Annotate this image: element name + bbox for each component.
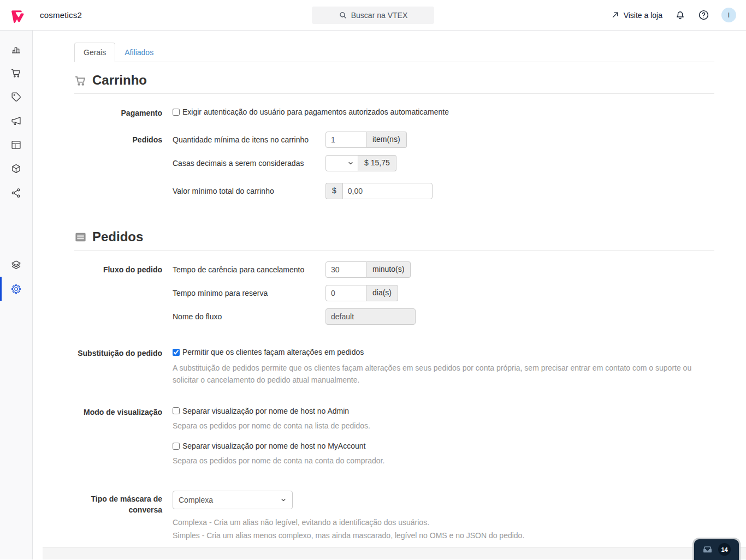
sidebar-item-orders[interactable]	[0, 61, 32, 85]
tab-gerais[interactable]: Gerais	[74, 43, 115, 62]
currency-prefix-addon: $	[325, 183, 342, 199]
admin-host-checkbox-label: Separar visualização por nome de host no…	[182, 407, 349, 415]
reserve-min-input[interactable]	[325, 285, 366, 301]
substitution-checkbox-row[interactable]: Permitir que os clientes façam alteraçõe…	[173, 345, 714, 356]
payment-auth-checkbox-label: Exigir autenticação do usuário para paga…	[182, 108, 449, 116]
vtex-logo-icon[interactable]	[10, 7, 26, 23]
min-total-label: Valor mínimo total do carrinho	[173, 187, 325, 195]
external-arrow-icon	[611, 11, 619, 19]
megaphone-icon	[10, 115, 22, 127]
reserve-min-label: Tempo mínimo para reserva	[173, 289, 325, 297]
form-footer: Salvar	[43, 547, 746, 559]
substitution-checkbox-label: Permitir que os clientes façam alteraçõe…	[182, 348, 364, 356]
min-items-unit: item(ns)	[366, 132, 407, 148]
mask-help-simples: Simples - Cria um alias menos complexo, …	[173, 530, 697, 542]
user-avatar[interactable]: I	[721, 8, 736, 22]
bell-icon	[674, 9, 686, 21]
flow-name-input	[325, 308, 416, 325]
reserve-min-unit: dia(s)	[366, 285, 398, 301]
search-icon	[339, 11, 347, 20]
notifications-button[interactable]	[674, 9, 686, 21]
search-placeholder: Buscar na VTEX	[351, 11, 408, 20]
payment-auth-checkbox-row[interactable]: Exigir autenticação do usuário para paga…	[173, 105, 714, 116]
cancel-grace-unit: minuto(s)	[366, 261, 411, 278]
tag-icon	[10, 91, 22, 103]
decimals-select[interactable]	[325, 155, 358, 171]
sidebar-item-apps[interactable]	[0, 253, 32, 277]
payment-auth-checkbox[interactable]	[173, 109, 180, 116]
min-items-input[interactable]	[325, 132, 366, 148]
share-icon	[10, 187, 22, 199]
sidebar-item-analytics[interactable]	[0, 37, 32, 61]
visit-store-label: Visite a loja	[624, 11, 662, 20]
help-button[interactable]	[698, 9, 709, 21]
topbar: cosmetics2 Buscar na VTEX Visite a loja	[0, 0, 746, 31]
cancel-grace-input[interactable]	[325, 261, 366, 278]
inbox-icon	[702, 544, 713, 555]
min-items-label: Quantidade mínima de itens no carrinho	[173, 135, 325, 144]
admin-host-help-text: Separa os pedidos por nome de conta na l…	[173, 420, 697, 432]
cart-icon	[10, 67, 22, 79]
feedback-inbox-widget[interactable]: 14	[692, 538, 741, 560]
settings-tabs: Gerais Afiliados	[74, 43, 714, 62]
decimals-label: Casas decimais a serem consideradas	[173, 159, 325, 168]
cart-orders-group-label: Pedidos	[74, 132, 162, 206]
sidebar-item-promotions[interactable]	[0, 85, 32, 109]
avatar-initial: I	[728, 11, 730, 19]
myaccount-host-checkbox-row[interactable]: Separar visualização por nome de host no…	[173, 439, 714, 450]
layers-icon	[10, 259, 22, 271]
myaccount-host-help-text: Separa os pedidos por nome de conta na c…	[173, 455, 697, 467]
admin-host-checkbox[interactable]	[173, 407, 180, 414]
sidebar-item-storefront[interactable]	[0, 133, 32, 157]
mask-type-group-label: Tipo de máscara de conversa	[74, 491, 162, 541]
visit-store-link[interactable]: Visite a loja	[611, 11, 662, 20]
account-name: cosmetics2	[40, 10, 82, 20]
substitution-help-text: A substituição de pedidos permite que os…	[173, 362, 697, 386]
substitution-checkbox[interactable]	[173, 349, 180, 356]
mask-type-select[interactable]: Complexa	[173, 491, 293, 509]
view-mode-group-label: Modo de visualização	[74, 404, 162, 474]
substitution-group-label: Substituição do pedido	[74, 345, 162, 386]
sidebar-item-integrations[interactable]	[0, 181, 32, 205]
decimals-example-addon: $ 15,75	[358, 155, 396, 171]
admin-host-checkbox-row[interactable]: Separar visualização por nome de host no…	[173, 404, 714, 415]
chevron-down-icon	[347, 160, 354, 166]
order-flow-group-label: Fluxo do pedido	[74, 261, 162, 332]
payment-group-label: Pagamento	[74, 105, 162, 118]
myaccount-host-checkbox-label: Separar visualização por nome de host no…	[182, 442, 365, 450]
myaccount-host-checkbox[interactable]	[173, 443, 180, 450]
main-content: Gerais Afiliados Carrinho Pagamento	[33, 31, 746, 559]
cube-icon	[10, 163, 22, 175]
cancel-grace-label: Tempo de carência para cancelamento	[173, 265, 325, 274]
flow-name-label: Nome do fluxo	[173, 312, 325, 321]
storefront-layout-icon	[10, 139, 22, 151]
inbox-count-badge: 14	[718, 543, 731, 556]
sidebar-item-settings[interactable]	[0, 277, 32, 301]
gear-icon	[10, 283, 22, 295]
min-total-input[interactable]	[342, 183, 433, 199]
help-icon	[698, 9, 709, 21]
bar-chart-icon	[10, 43, 22, 55]
chevron-down-icon	[280, 497, 287, 503]
sidebar-item-catalog[interactable]	[0, 157, 32, 181]
order-list-icon	[74, 231, 87, 243]
mask-help-complexa: Complexa - Cria um alias não legível, ev…	[173, 517, 697, 529]
sidebar	[0, 31, 33, 559]
cart-icon	[74, 74, 87, 87]
cart-section-title: Carrinho	[74, 73, 714, 88]
global-search-input[interactable]: Buscar na VTEX	[312, 7, 434, 24]
orders-section-title: Pedidos	[74, 229, 714, 245]
tab-afiliados[interactable]: Afiliados	[115, 43, 163, 62]
sidebar-item-marketing[interactable]	[0, 109, 32, 133]
